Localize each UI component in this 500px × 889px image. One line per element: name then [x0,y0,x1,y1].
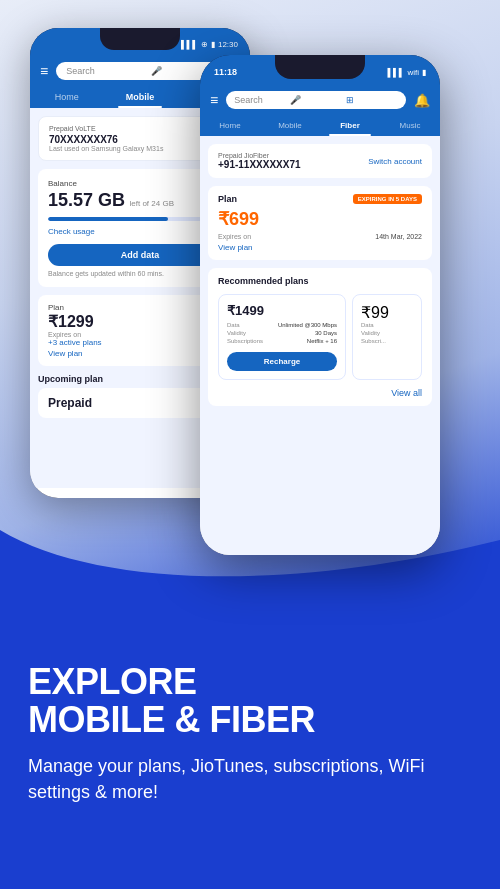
plan1-subs-label: Subscriptions [227,338,263,344]
battery-icon: ▮ [211,40,215,49]
tab-mobile-front[interactable]: Mobile [260,115,320,136]
expires-row: Expires on 14th Mar, 2022 [218,233,422,240]
balance-value: 15.57 GB [48,190,125,210]
plan-title-front: Plan [218,194,237,204]
plans-row: ₹1499 Data Unlimited @300 Mbps Validity … [218,294,422,380]
tab-home-back[interactable]: Home [30,86,103,108]
plan1-validity-label: Validity [227,330,246,336]
search-placeholder-front: Search [234,95,286,105]
fiber-account-number: +91-11XXXXXX71 [218,159,301,170]
hamburger-icon-front[interactable]: ≡ [210,92,218,108]
hamburger-icon[interactable]: ≡ [40,63,48,79]
switch-account-link[interactable]: Switch account [368,157,422,166]
bell-icon-front[interactable]: 🔔 [414,93,430,108]
battery-icon-front: ▮ [422,68,426,77]
recommended-title: Recommended plans [218,276,422,286]
status-icons: ▌▌▌ ⊕ ▮ 12:30 [181,40,238,49]
plan2-validity-label: Validity [361,330,380,336]
time-display-front: 11:18 [214,67,237,77]
view-all-row: View all [218,388,422,398]
recharge-button[interactable]: Recharge [227,352,337,371]
bottom-section: EXPLORE MOBILE & FIBER Manage your plans… [0,579,500,889]
view-plan-link-front[interactable]: View plan [218,243,422,252]
scan-icon-front[interactable]: ⊞ [346,95,398,105]
tab-music-front[interactable]: Music [380,115,440,136]
plan1-data-row: Data Unlimited @300 Mbps [227,322,337,328]
plan1-validity-value: 30 Days [315,330,337,336]
signal-icon-front: ▌▌▌ [387,68,404,77]
fiber-account-card: Prepaid JioFiber +91-11XXXXXX71 Switch a… [208,144,432,178]
plan1-subs-value: Netflix + 16 [307,338,337,344]
phone-front-content: Prepaid JioFiber +91-11XXXXXX71 Switch a… [200,136,440,555]
plan2-subscriptions-row: Subscri... [361,338,413,344]
fiber-plan-price: ₹699 [218,208,422,230]
plan2-validity-row: Validity [361,330,413,336]
plan-section-front: Plan EXPIRING IN 5 DAYS ₹699 Expires on … [208,186,432,260]
plan1-price: ₹1499 [227,303,337,318]
wifi-icon: ⊕ [201,40,208,49]
fiber-account-info: Prepaid JioFiber +91-11XXXXXX71 [218,152,301,170]
plan2-data-row: Data [361,322,413,328]
plan1-validity-row: Validity 30 Days [227,330,337,336]
plan2-price: ₹99 [361,303,413,322]
wifi-icon-front: wifi [407,68,419,77]
explore-title: EXPLORE MOBILE & FIBER [28,663,472,739]
fiber-account-type: Prepaid JioFiber [218,152,301,159]
plan1-data-label: Data [227,322,240,328]
recommended-plan-2: ₹99 Data Validity Subscri... [352,294,422,380]
expires-date: 14th Mar, 2022 [375,233,422,240]
view-all-link[interactable]: View all [391,388,422,398]
status-right-icons: ▌▌▌ wifi ▮ [387,68,426,77]
mic-icon-front[interactable]: 🎤 [290,95,342,105]
plan1-subscriptions-row: Subscriptions Netflix + 16 [227,338,337,344]
expiring-badge: EXPIRING IN 5 DAYS [353,194,422,204]
search-bar-front[interactable]: Search 🎤 ⊞ [226,91,406,109]
tab-fiber-front[interactable]: Fiber [320,115,380,136]
signal-icon: ▌▌▌ [181,40,198,49]
explore-description: Manage your plans, JioTunes, subscriptio… [28,753,472,805]
plan1-data-value: Unlimited @300 Mbps [278,322,337,328]
recommended-section: Recommended plans ₹1499 Data Unlimited @… [208,268,432,406]
plan2-subs-label: Subscri... [361,338,386,344]
expires-label: Expires on [218,233,251,240]
time-display: 12:30 [218,40,238,49]
phone-front-navbar: ≡ Search 🎤 ⊞ 🔔 [200,85,440,115]
phone-front: 11:18 ▌▌▌ wifi ▮ ≡ Search 🎤 ⊞ 🔔 Home Mob… [200,55,440,555]
phone-back-notch [100,28,180,50]
tab-home-front[interactable]: Home [200,115,260,136]
recommended-plan-1: ₹1499 Data Unlimited @300 Mbps Validity … [218,294,346,380]
phone-front-notch [275,55,365,79]
tab-mobile-back[interactable]: Mobile [103,86,176,108]
balance-suffix: left of 24 GB [130,199,174,208]
phone-front-screen: ≡ Search 🎤 ⊞ 🔔 Home Mobile Fiber Music P… [200,85,440,555]
plan2-data-label: Data [361,322,374,328]
search-placeholder-back: Search [66,66,145,76]
plan-header: Plan EXPIRING IN 5 DAYS [218,194,422,204]
tab-bar-front: Home Mobile Fiber Music [200,115,440,136]
usage-fill [48,217,168,221]
